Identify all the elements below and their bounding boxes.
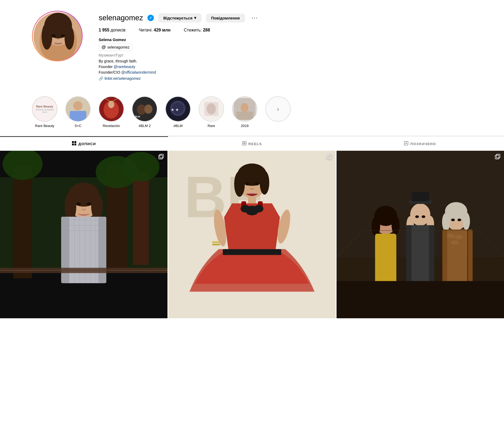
highlight-item-rare-beauty[interactable]: Rare Beauty SPRING SUMMER 2023 Rare Beau… xyxy=(32,96,57,128)
highlight-item-rare[interactable]: Rare xyxy=(199,96,224,128)
svg-rect-70 xyxy=(160,154,163,158)
bio-url-text: linktr.ee/selenagomez xyxy=(105,76,141,81)
message-button[interactable]: Повідомлення xyxy=(206,14,245,22)
svg-point-8 xyxy=(61,34,65,37)
svg-point-19 xyxy=(144,105,153,114)
bio-founder1-prefix: Founder xyxy=(99,65,114,69)
highlight-label-blm2: #BLM 2 xyxy=(139,124,151,128)
highlight-item-sc[interactable]: S+C xyxy=(65,96,91,128)
svg-point-123 xyxy=(451,240,459,245)
post-image-3 xyxy=(337,151,504,318)
svg-point-77 xyxy=(245,182,249,185)
highlight-circle-blm: ★ ★ xyxy=(165,96,191,122)
svg-rect-33 xyxy=(72,141,74,143)
posts-label: дописів xyxy=(111,28,126,32)
bio-line2: Founder @rarebeauty xyxy=(99,64,488,70)
bio-line1: By grace, through faith. xyxy=(99,58,488,64)
bio-founder2-prefix: Founder/CIO xyxy=(99,70,121,74)
svg-rect-89 xyxy=(212,244,220,245)
highlight-circle-revelacion xyxy=(99,96,124,122)
svg-point-10 xyxy=(73,101,82,110)
svg-rect-36 xyxy=(74,144,76,145)
highlight-label-sc: S+C xyxy=(75,124,82,128)
svg-point-84 xyxy=(254,205,263,212)
verified-badge: ✓ xyxy=(147,15,154,21)
tabs-section: ДОПИСИ REELS ПОЗНАЧЕНО xyxy=(0,136,504,151)
tab-posts[interactable]: ДОПИСИ xyxy=(0,136,168,151)
reels-icon xyxy=(242,141,246,146)
highlight-item-2019[interactable]: 2019 xyxy=(232,96,257,128)
highlight-circle-rare-beauty: Rare Beauty SPRING SUMMER 2023 xyxy=(32,96,57,122)
bio-text: By grace, through faith. Founder @rarebe… xyxy=(99,58,488,81)
post-item-3[interactable] xyxy=(337,151,504,318)
svg-point-31 xyxy=(241,103,249,112)
username-row: selenagomez ✓ Відстежується ▾ Повідомлен… xyxy=(99,13,488,22)
svg-point-28 xyxy=(207,103,216,114)
highlight-label-rare: Rare xyxy=(207,124,215,128)
post-image-2: BE xyxy=(168,151,336,318)
tab-reels-label: REELS xyxy=(249,142,262,146)
link-icon: 🔗 xyxy=(99,76,103,81)
svg-point-121 xyxy=(447,234,455,238)
svg-rect-85 xyxy=(223,249,281,255)
svg-rect-32 xyxy=(236,112,253,120)
follow-button[interactable]: Відстежується ▾ xyxy=(158,13,202,22)
svg-rect-109 xyxy=(409,225,432,284)
highlight-item-revelacion[interactable]: Revelación xyxy=(99,96,124,128)
threads-icon: @ xyxy=(102,45,106,50)
threads-handle: selenagomez xyxy=(107,45,130,49)
svg-point-7 xyxy=(51,34,56,37)
profile-info: selenagomez ✓ Відстежується ▾ Повідомлен… xyxy=(99,11,488,83)
tab-reels[interactable]: REELS xyxy=(168,136,336,151)
more-options-button[interactable]: ··· xyxy=(249,13,260,22)
post-item-2[interactable]: BE xyxy=(168,151,336,318)
svg-point-107 xyxy=(415,215,419,218)
svg-rect-110 xyxy=(406,225,411,284)
highlights-section: Rare Beauty SPRING SUMMER 2023 Rare Beau… xyxy=(0,91,504,136)
svg-point-52 xyxy=(91,193,103,220)
profile-avatar[interactable] xyxy=(32,11,83,61)
svg-rect-57 xyxy=(98,217,106,283)
bio-url-link[interactable]: 🔗 linktr.ee/selenagomez xyxy=(99,76,488,81)
svg-rect-69 xyxy=(159,155,162,159)
svg-rect-91 xyxy=(328,154,332,158)
svg-text:★: ★ xyxy=(175,108,179,112)
posts-stat: 1 955 дописів xyxy=(99,28,125,33)
followers-stat[interactable]: Читачі: 429 млн xyxy=(139,28,170,33)
svg-point-99 xyxy=(381,223,384,225)
post-item-1[interactable] xyxy=(0,151,167,318)
svg-point-108 xyxy=(422,215,425,218)
svg-rect-111 xyxy=(429,225,434,284)
svg-point-5 xyxy=(42,23,52,50)
follow-button-label: Відстежується xyxy=(163,16,193,20)
wondermind-link[interactable]: @officialwondermind xyxy=(121,70,156,74)
rare-beauty-title: Rare Beauty xyxy=(35,105,55,108)
highlight-item-blm2[interactable]: BLM #BLM 2 xyxy=(132,96,157,128)
svg-point-14 xyxy=(108,101,114,108)
highlights-more-button[interactable]: › xyxy=(265,96,291,122)
tab-posts-label: ДОПИСИ xyxy=(78,142,96,146)
svg-point-47 xyxy=(122,152,160,181)
svg-rect-35 xyxy=(72,144,74,145)
svg-rect-34 xyxy=(74,141,76,143)
svg-text:★: ★ xyxy=(171,108,174,112)
highlight-item-blm[interactable]: ★ ★ #BLM xyxy=(165,96,191,128)
svg-point-54 xyxy=(87,202,91,205)
message-button-label: Повідомлення xyxy=(211,16,240,20)
bio-section: Selena Gomez @ selenagomez Музикант/Гурт… xyxy=(99,37,488,81)
svg-point-114 xyxy=(442,213,450,231)
svg-rect-55 xyxy=(64,217,104,283)
highlight-circle-blm2: BLM xyxy=(132,96,157,122)
carousel-icon-3 xyxy=(495,154,501,161)
svg-point-76 xyxy=(260,171,269,195)
chevron-right-icon: › xyxy=(277,105,279,113)
tab-tagged[interactable]: ПОЗНАЧЕНО xyxy=(336,136,504,151)
rare-beauty-content: Rare Beauty SPRING SUMMER 2023 xyxy=(33,103,57,116)
svg-point-116 xyxy=(451,218,455,221)
posts-count: 1 955 xyxy=(99,28,109,32)
threads-link[interactable]: @ selenagomez xyxy=(99,43,133,51)
grid-icon xyxy=(72,141,76,146)
svg-point-122 xyxy=(455,235,463,239)
following-stat[interactable]: Стежить: 288 xyxy=(184,28,210,33)
rarebeauty-link[interactable]: @rarebeauty xyxy=(114,65,135,69)
